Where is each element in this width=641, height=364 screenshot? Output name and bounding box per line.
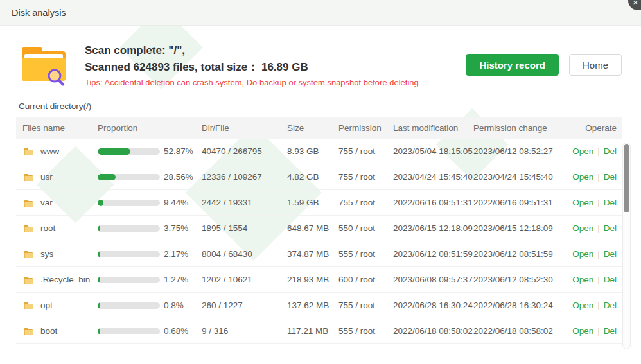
del-link[interactable]: Del — [604, 146, 617, 156]
col-last-modification: Last modification — [393, 123, 473, 133]
del-link[interactable]: Del — [604, 249, 617, 259]
dir-file-value: 40470 / 266795 — [202, 146, 287, 156]
table-row: boot 0.68% 9 / 316 117.21 MB 555 / root … — [16, 318, 622, 344]
last-modification-value: 2022/06/18 08:58:02 — [393, 326, 473, 336]
permission-change-value: 2023/04/24 15:45:40 — [473, 172, 554, 182]
permission-value: 755 / root — [338, 146, 393, 156]
col-operate: Operate — [554, 123, 622, 133]
file-name[interactable]: .Recycle_bin — [40, 275, 90, 284]
permission-change-value: 2022/06/28 16:30:24 — [473, 300, 554, 310]
file-name[interactable]: root — [40, 223, 55, 233]
permission-change-value: 2023/06/12 08:52:30 — [473, 275, 554, 284]
scan-complete-line: Scan complete: "/", — [85, 42, 466, 59]
history-record-button[interactable]: History record — [466, 54, 559, 76]
current-directory-label: Current directory(/) — [19, 101, 641, 111]
file-name[interactable]: boot — [40, 326, 57, 336]
proportion-value: 2.17% — [164, 249, 188, 259]
last-modification-value: 2022/06/16 09:51:31 — [393, 198, 473, 207]
open-link[interactable]: Open — [572, 146, 593, 156]
permission-value: 755 / root — [338, 172, 393, 182]
scan-tips: Tips: Accidental deletion can crash syst… — [85, 78, 466, 87]
proportion-bar-fill — [98, 200, 103, 206]
table-row: root 3.75% 1895 / 1554 648.67 MB 550 / r… — [16, 216, 622, 241]
table-row: var 9.44% 2442 / 19331 1.59 GB 755 / roo… — [16, 190, 622, 216]
table-row: sys 2.17% 8004 / 68430 374.87 MB 555 / r… — [16, 241, 622, 267]
operate-separator: | — [597, 223, 600, 233]
proportion-bar-fill — [98, 302, 100, 309]
del-link[interactable]: Del — [604, 223, 617, 233]
operate-separator: | — [597, 275, 600, 284]
permission-value: 755 / root — [338, 300, 393, 310]
del-link[interactable]: Del — [604, 300, 617, 310]
file-name[interactable]: opt — [40, 300, 53, 310]
file-name[interactable]: var — [40, 198, 53, 207]
del-link[interactable]: Del — [604, 326, 617, 336]
scrollbar-thumb[interactable] — [624, 144, 629, 212]
proportion-bar — [98, 174, 160, 180]
open-link[interactable]: Open — [572, 223, 593, 233]
close-icon[interactable]: × — [628, 0, 641, 10]
proportion-bar — [98, 302, 160, 309]
permission-value: 600 / root — [338, 275, 393, 284]
home-button[interactable]: Home — [569, 54, 622, 76]
folder-icon — [22, 223, 34, 234]
col-proportion: Proportion — [98, 123, 202, 133]
last-modification-value: 2023/06/15 12:18:09 — [393, 223, 473, 233]
last-modification-value: 2023/04/24 15:45:40 — [393, 172, 473, 182]
open-link[interactable]: Open — [572, 172, 593, 182]
del-link[interactable]: Del — [604, 275, 617, 284]
file-name[interactable]: www — [40, 146, 59, 156]
proportion-value: 1.27% — [164, 275, 188, 284]
table-scrollbar[interactable] — [622, 143, 631, 349]
open-link[interactable]: Open — [572, 326, 593, 336]
proportion-bar — [98, 277, 160, 283]
last-modification-value: 2022/06/28 16:30:24 — [393, 300, 473, 310]
dir-file-value: 1202 / 10621 — [202, 275, 287, 284]
proportion-value: 52.87% — [164, 146, 193, 156]
size-value: 374.87 MB — [287, 249, 338, 259]
proportion-bar-fill — [98, 225, 100, 232]
proportion-bar-fill — [98, 277, 100, 283]
open-link[interactable]: Open — [572, 275, 593, 284]
last-modification-value: 2023/06/08 09:57:37 — [393, 275, 473, 284]
dir-file-value: 260 / 1227 — [202, 300, 287, 310]
permission-change-value: 2023/06/12 08:51:59 — [473, 249, 554, 259]
operate-separator: | — [597, 146, 600, 156]
size-value: 648.67 MB — [287, 223, 338, 233]
folder-icon — [22, 248, 34, 260]
size-value: 8.93 GB — [287, 146, 338, 156]
scan-summary-section: Scan complete: "/", Scanned 624893 files… — [0, 26, 641, 99]
col-dir-file: Dir/File — [202, 123, 287, 133]
proportion-bar — [98, 148, 160, 155]
operate-separator: | — [597, 300, 600, 310]
open-link[interactable]: Open — [572, 198, 593, 207]
col-files-name: Files name — [16, 123, 98, 133]
dir-file-value: 12336 / 109267 — [202, 172, 287, 182]
close-glyph: × — [633, 0, 638, 8]
table-row: www 52.87% 40470 / 266795 8.93 GB 755 / … — [16, 139, 622, 164]
size-value: 1.59 GB — [287, 198, 338, 207]
folder-icon — [22, 146, 34, 157]
proportion-value: 0.8% — [164, 300, 184, 310]
dir-file-value: 2442 / 19331 — [202, 198, 287, 207]
permission-value: 755 / root — [338, 198, 393, 207]
dir-file-value: 9 / 316 — [202, 326, 287, 336]
operate-separator: | — [597, 172, 600, 182]
del-link[interactable]: Del — [604, 172, 617, 182]
permission-change-value: 2022/06/18 08:58:02 — [473, 326, 554, 336]
table-row: .Recycle_bin 1.27% 1202 / 10621 218.93 M… — [16, 267, 622, 293]
proportion-value: 9.44% — [164, 198, 188, 207]
window-titlebar: Disk analysis × — [0, 0, 641, 26]
del-link[interactable]: Del — [604, 198, 617, 207]
last-modification-value: 2023/06/12 08:51:59 — [393, 249, 473, 259]
file-name[interactable]: usr — [40, 172, 53, 182]
folder-icon — [22, 171, 34, 183]
last-modification-value: 2023/05/04 18:15:05 — [393, 146, 473, 156]
dir-file-value: 8004 / 68430 — [202, 249, 287, 259]
open-link[interactable]: Open — [572, 249, 593, 259]
open-link[interactable]: Open — [572, 300, 593, 310]
col-size: Size — [287, 123, 338, 133]
proportion-bar-fill — [98, 148, 130, 155]
file-name[interactable]: sys — [40, 249, 53, 259]
permission-change-value: 2023/06/15 12:18:09 — [473, 223, 554, 233]
